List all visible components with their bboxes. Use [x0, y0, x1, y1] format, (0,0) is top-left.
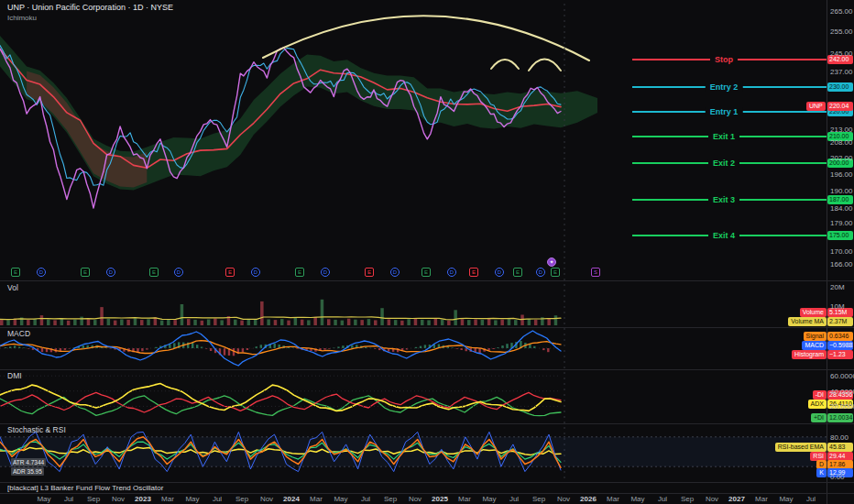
chart-canvas[interactable] — [0, 0, 827, 493]
earnings-marker[interactable]: E — [295, 268, 304, 277]
dmi-tick: 20.0000 — [830, 402, 854, 411]
volume-tick: 10M — [830, 302, 845, 311]
time-label: May — [334, 494, 347, 504]
time-label: Jul — [213, 494, 222, 504]
stoch-rsi-pane-title[interactable]: Stochastic & RSI — [7, 425, 66, 434]
note-emoji-marker[interactable]: ✦ — [547, 257, 556, 267]
macd-chip-signal: Signal — [804, 332, 827, 341]
dmi-tick: 40.0000 — [830, 388, 854, 396]
indicator-title-ichimoku[interactable]: Ichimoku — [7, 13, 173, 23]
oscillator-pane-title[interactable]: [blackcat] L3 Banker Fund Flow Trend Osc… — [7, 483, 163, 493]
time-label: 2023 — [135, 494, 151, 504]
price-tick: 202.00 — [830, 154, 852, 162]
price-tick: 237.00 — [830, 68, 852, 76]
time-label: 2025 — [432, 494, 448, 504]
level-price-chip-entry-2: 230.00 — [827, 82, 853, 92]
price-tick: 265.00 — [830, 7, 852, 16]
dividend-marker[interactable]: D — [390, 268, 400, 277]
earnings-marker[interactable]: E — [11, 268, 20, 277]
level-label-exit-4[interactable]: Exit 4 — [708, 231, 739, 240]
time-label: May — [779, 494, 793, 504]
level-label-exit-1[interactable]: Exit 1 — [708, 132, 739, 141]
volume-value-chip: 2.37M — [827, 317, 853, 326]
pane-divider[interactable] — [0, 423, 854, 424]
price-tick: 245.00 — [830, 49, 852, 58]
time-label: Sep — [384, 494, 397, 504]
price-axis-border — [827, 0, 827, 504]
macd-chip-macd: MACD — [802, 341, 827, 350]
stoch-value-chip: 45.83 — [827, 443, 853, 452]
level-price-chip-exit-4: 175.00 — [827, 231, 853, 240]
time-label: 2024 — [283, 494, 300, 504]
symbol-title[interactable]: UNP · Union Pacific Corporation · 1D · N… — [7, 3, 173, 13]
time-label: Sep — [681, 494, 694, 504]
price-tick: 196.00 — [830, 170, 852, 179]
price-tick: 255.00 — [830, 27, 852, 36]
time-label: Mar — [607, 494, 619, 504]
dmi-chip--di: +DI — [811, 413, 827, 422]
earnings-marker[interactable]: E — [469, 268, 478, 277]
time-label: Mar — [755, 494, 768, 504]
volume-tick: 20M — [830, 283, 845, 291]
time-label: Jul — [658, 494, 667, 504]
level-label-stop[interactable]: Stop — [710, 55, 738, 64]
dividend-marker[interactable]: D — [447, 268, 456, 277]
adr-chip: ADR 35.95 — [11, 467, 44, 476]
time-label: May — [185, 494, 199, 504]
level-label-entry-1[interactable]: Entry 1 — [706, 107, 743, 116]
macd-pane-title[interactable]: MACD — [7, 329, 30, 338]
price-tick: 190.00 — [830, 187, 852, 195]
pane-divider — [0, 493, 854, 494]
time-label: Jul — [361, 494, 370, 504]
price-tick: 208.00 — [830, 138, 852, 147]
dividend-marker[interactable]: D — [536, 268, 545, 277]
dividend-marker[interactable]: D — [174, 268, 183, 277]
level-label-exit-2[interactable]: Exit 2 — [708, 159, 739, 168]
level-price-chip-exit-3: 187.00 — [827, 195, 853, 204]
pane-divider[interactable] — [0, 280, 854, 281]
time-label: Jul — [509, 494, 519, 504]
time-label: Sep — [532, 494, 545, 504]
dividend-marker[interactable]: D — [106, 268, 115, 277]
dmi-chip-adx: ADX — [808, 400, 827, 409]
earnings-marker[interactable]: E — [149, 268, 159, 277]
stoch-tick: 0.00 — [830, 473, 845, 481]
stoch-tick: 80.00 — [830, 433, 849, 442]
earnings-marker[interactable]: E — [365, 268, 374, 277]
pane-divider[interactable] — [0, 369, 854, 370]
price-tick: 184.00 — [830, 204, 852, 213]
time-label: Nov — [112, 494, 125, 504]
dmi-pane-title[interactable]: DMI — [7, 371, 22, 380]
time-label: Sep — [235, 494, 248, 504]
dividend-marker[interactable]: D — [321, 268, 330, 277]
time-label: May — [482, 494, 496, 504]
macd-value-chip: −1.23 — [827, 350, 853, 359]
dividend-marker[interactable]: D — [495, 268, 504, 277]
level-label-entry-2[interactable]: Entry 2 — [706, 82, 743, 92]
time-label: May — [37, 494, 50, 504]
earnings-marker[interactable]: E — [225, 268, 235, 277]
time-label: Nov — [706, 494, 718, 504]
time-label: Mar — [310, 494, 323, 504]
time-label: Mar — [458, 494, 471, 504]
macd-value-chip: 0.6346 — [827, 332, 853, 341]
earnings-marker[interactable]: E — [551, 268, 560, 277]
dividend-marker[interactable]: D — [37, 268, 46, 277]
price-tick: 170.00 — [830, 247, 852, 256]
time-label: 2026 — [580, 494, 597, 504]
price-tick: 179.00 — [830, 219, 852, 227]
earnings-marker[interactable]: E — [422, 268, 431, 277]
price-tick: 213.00 — [830, 126, 852, 134]
stoch-chip-rsi-based-ema: RSI-based EMA — [775, 443, 827, 452]
volume-chip-volume: Volume — [800, 308, 827, 317]
time-label: Mar — [161, 494, 174, 504]
pane-divider[interactable] — [0, 327, 854, 328]
earnings-marker[interactable]: E — [513, 268, 522, 277]
split-marker[interactable]: S — [591, 268, 600, 277]
ticker-tag: UNP — [806, 102, 826, 111]
level-label-exit-3[interactable]: Exit 3 — [708, 195, 739, 204]
volume-pane-title[interactable]: Vol — [7, 283, 18, 292]
earnings-marker[interactable]: E — [81, 268, 90, 277]
dmi-chip--di: -DI — [813, 390, 827, 400]
dividend-marker[interactable]: D — [251, 268, 260, 277]
